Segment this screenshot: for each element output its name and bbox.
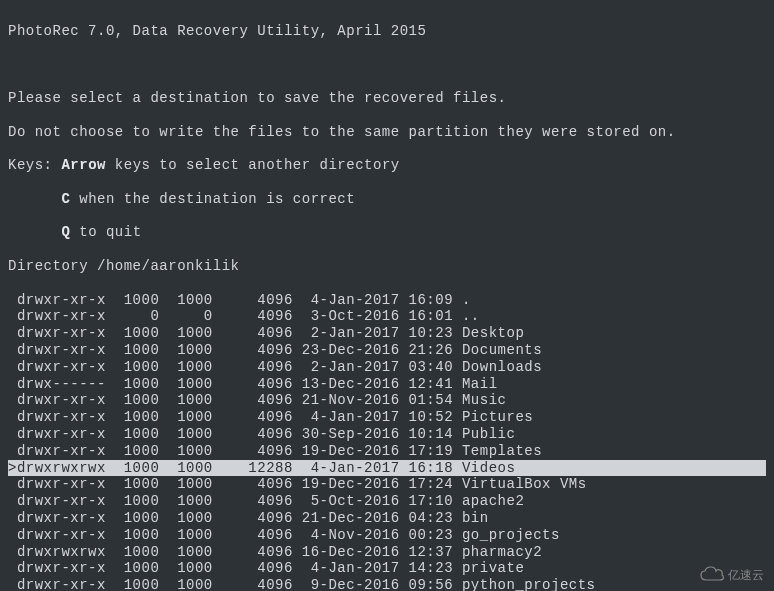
c-key: C [61, 191, 70, 207]
instruction-line-2: Do not choose to write the files to the … [8, 124, 766, 141]
directory-line: Directory /home/aaronkilik [8, 258, 766, 275]
directory-entry[interactable]: drwxr-xr-x 0 0 4096 3-Oct-2016 16:01 .. [8, 308, 766, 325]
directory-entry[interactable]: drwxr-xr-x 1000 1000 4096 4-Jan-2017 16:… [8, 292, 766, 309]
directory-entry[interactable]: drwxr-xr-x 1000 1000 4096 4-Nov-2016 00:… [8, 527, 766, 544]
directory-entry-selected[interactable]: >drwxrwxrwx 1000 1000 12288 4-Jan-2017 1… [8, 460, 766, 477]
directory-entry[interactable]: drwxr-xr-x 1000 1000 4096 19-Dec-2016 17… [8, 476, 766, 493]
directory-entry[interactable]: drwxr-xr-x 1000 1000 4096 19-Dec-2016 17… [8, 443, 766, 460]
directory-entry[interactable]: drwxr-xr-x 1000 1000 4096 9-Dec-2016 09:… [8, 577, 766, 591]
directory-entry[interactable]: drwxr-xr-x 1000 1000 4096 23-Dec-2016 21… [8, 342, 766, 359]
q-key: Q [61, 224, 70, 240]
directory-entry[interactable]: drwxrwxrwx 1000 1000 4096 16-Dec-2016 12… [8, 544, 766, 561]
instruction-line-1: Please select a destination to save the … [8, 90, 766, 107]
file-list[interactable]: drwxr-xr-x 1000 1000 4096 4-Jan-2017 16:… [8, 292, 766, 591]
directory-entry[interactable]: drwxr-xr-x 1000 1000 4096 4-Jan-2017 14:… [8, 560, 766, 577]
directory-entry[interactable]: drwxr-xr-x 1000 1000 4096 30-Sep-2016 10… [8, 426, 766, 443]
terminal-screen: PhotoRec 7.0, Data Recovery Utility, Apr… [0, 0, 774, 591]
directory-entry[interactable]: drwxr-xr-x 1000 1000 4096 4-Jan-2017 10:… [8, 409, 766, 426]
directory-entry[interactable]: drwxr-xr-x 1000 1000 4096 2-Jan-2017 03:… [8, 359, 766, 376]
directory-entry[interactable]: drwx------ 1000 1000 4096 13-Dec-2016 12… [8, 376, 766, 393]
keys-q-line: Q to quit [8, 224, 766, 241]
keys-arrow-line: Keys: Arrow keys to select another direc… [8, 157, 766, 174]
directory-path: /home/aaronkilik [97, 258, 239, 274]
arrow-key: Arrow [61, 157, 106, 173]
cloud-icon [700, 566, 724, 585]
app-title: PhotoRec 7.0, Data Recovery Utility, Apr… [8, 23, 766, 40]
directory-entry[interactable]: drwxr-xr-x 1000 1000 4096 5-Oct-2016 17:… [8, 493, 766, 510]
directory-entry[interactable]: drwxr-xr-x 1000 1000 4096 2-Jan-2017 10:… [8, 325, 766, 342]
watermark: 亿速云 [700, 566, 764, 585]
directory-entry[interactable]: drwxr-xr-x 1000 1000 4096 21-Dec-2016 04… [8, 510, 766, 527]
blank-line [8, 56, 766, 73]
directory-entry[interactable]: drwxr-xr-x 1000 1000 4096 21-Nov-2016 01… [8, 392, 766, 409]
keys-c-line: C when the destination is correct [8, 191, 766, 208]
